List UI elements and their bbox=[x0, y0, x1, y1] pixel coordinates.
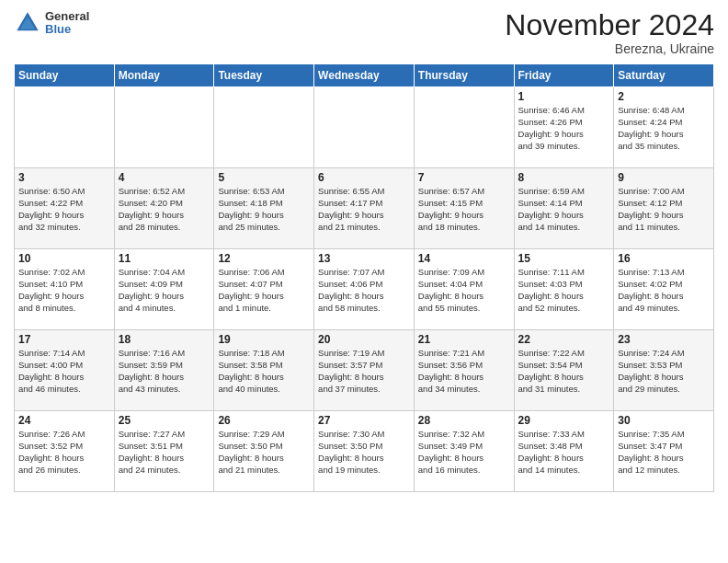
day-number: 21 bbox=[418, 333, 510, 346]
day-number: 5 bbox=[218, 171, 310, 184]
weekday-header-saturday: Saturday bbox=[614, 64, 714, 87]
calendar-cell: 14Sunrise: 7:09 AM Sunset: 4:04 PM Dayli… bbox=[414, 249, 514, 330]
day-number: 15 bbox=[518, 252, 610, 265]
logo-blue-text: Blue bbox=[45, 23, 89, 36]
day-number: 3 bbox=[18, 171, 110, 184]
day-number: 17 bbox=[18, 333, 110, 346]
header: General Blue November 2024 Berezna, Ukra… bbox=[14, 9, 714, 56]
day-info: Sunrise: 7:26 AM Sunset: 3:52 PM Dayligh… bbox=[18, 429, 110, 476]
logo: General Blue bbox=[14, 9, 89, 37]
calendar-cell: 28Sunrise: 7:32 AM Sunset: 3:49 PM Dayli… bbox=[414, 411, 514, 492]
day-info: Sunrise: 7:33 AM Sunset: 3:48 PM Dayligh… bbox=[518, 429, 610, 476]
calendar-row-week-4: 17Sunrise: 7:14 AM Sunset: 4:00 PM Dayli… bbox=[15, 330, 714, 411]
calendar-cell: 9Sunrise: 7:00 AM Sunset: 4:12 PM Daylig… bbox=[614, 168, 714, 249]
day-info: Sunrise: 7:27 AM Sunset: 3:51 PM Dayligh… bbox=[119, 429, 210, 476]
day-info: Sunrise: 7:29 AM Sunset: 3:50 PM Dayligh… bbox=[218, 429, 310, 476]
location: Berezna, Ukraine bbox=[505, 41, 714, 56]
day-number: 18 bbox=[119, 333, 210, 346]
calendar-cell: 6Sunrise: 6:55 AM Sunset: 4:17 PM Daylig… bbox=[314, 168, 415, 249]
day-info: Sunrise: 7:35 AM Sunset: 3:47 PM Dayligh… bbox=[618, 429, 710, 476]
day-number: 11 bbox=[119, 252, 210, 265]
day-info: Sunrise: 6:48 AM Sunset: 4:24 PM Dayligh… bbox=[618, 105, 710, 152]
day-info: Sunrise: 6:53 AM Sunset: 4:18 PM Dayligh… bbox=[218, 186, 310, 233]
day-number: 6 bbox=[318, 171, 410, 184]
calendar-row-week-3: 10Sunrise: 7:02 AM Sunset: 4:10 PM Dayli… bbox=[15, 249, 714, 330]
calendar-cell: 22Sunrise: 7:22 AM Sunset: 3:54 PM Dayli… bbox=[514, 330, 614, 411]
day-number: 28 bbox=[418, 414, 510, 427]
day-number: 8 bbox=[518, 171, 610, 184]
day-number: 10 bbox=[18, 252, 110, 265]
day-info: Sunrise: 7:06 AM Sunset: 4:07 PM Dayligh… bbox=[218, 267, 310, 314]
day-number: 14 bbox=[418, 252, 510, 265]
day-info: Sunrise: 6:57 AM Sunset: 4:15 PM Dayligh… bbox=[418, 186, 510, 233]
day-info: Sunrise: 7:02 AM Sunset: 4:10 PM Dayligh… bbox=[18, 267, 110, 314]
logo-icon bbox=[14, 9, 41, 37]
day-number: 30 bbox=[618, 414, 710, 427]
day-number: 12 bbox=[218, 252, 310, 265]
calendar-cell bbox=[414, 87, 514, 168]
day-number: 23 bbox=[618, 333, 710, 346]
calendar-cell bbox=[15, 87, 115, 168]
page: General Blue November 2024 Berezna, Ukra… bbox=[0, 0, 728, 563]
calendar-cell: 17Sunrise: 7:14 AM Sunset: 4:00 PM Dayli… bbox=[15, 330, 115, 411]
calendar-cell: 21Sunrise: 7:21 AM Sunset: 3:56 PM Dayli… bbox=[414, 330, 514, 411]
day-number: 1 bbox=[518, 90, 610, 103]
calendar-cell: 19Sunrise: 7:18 AM Sunset: 3:58 PM Dayli… bbox=[214, 330, 314, 411]
calendar-cell bbox=[314, 87, 415, 168]
weekday-header-tuesday: Tuesday bbox=[214, 64, 314, 87]
calendar-cell: 25Sunrise: 7:27 AM Sunset: 3:51 PM Dayli… bbox=[114, 411, 214, 492]
calendar-row-week-2: 3Sunrise: 6:50 AM Sunset: 4:22 PM Daylig… bbox=[15, 168, 714, 249]
day-number: 29 bbox=[518, 414, 610, 427]
day-info: Sunrise: 7:22 AM Sunset: 3:54 PM Dayligh… bbox=[518, 348, 610, 395]
calendar-cell: 30Sunrise: 7:35 AM Sunset: 3:47 PM Dayli… bbox=[614, 411, 714, 492]
day-info: Sunrise: 7:11 AM Sunset: 4:03 PM Dayligh… bbox=[518, 267, 610, 314]
day-number: 27 bbox=[318, 414, 410, 427]
calendar-cell: 4Sunrise: 6:52 AM Sunset: 4:20 PM Daylig… bbox=[114, 168, 214, 249]
day-number: 24 bbox=[18, 414, 110, 427]
day-info: Sunrise: 6:59 AM Sunset: 4:14 PM Dayligh… bbox=[518, 186, 610, 233]
day-number: 2 bbox=[618, 90, 710, 103]
day-number: 7 bbox=[418, 171, 510, 184]
calendar-cell: 29Sunrise: 7:33 AM Sunset: 3:48 PM Dayli… bbox=[514, 411, 614, 492]
day-number: 20 bbox=[318, 333, 410, 346]
weekday-header-sunday: Sunday bbox=[15, 64, 115, 87]
calendar-cell: 1Sunrise: 6:46 AM Sunset: 4:26 PM Daylig… bbox=[514, 87, 614, 168]
day-info: Sunrise: 7:07 AM Sunset: 4:06 PM Dayligh… bbox=[318, 267, 410, 314]
calendar-cell: 12Sunrise: 7:06 AM Sunset: 4:07 PM Dayli… bbox=[214, 249, 314, 330]
day-number: 19 bbox=[218, 333, 310, 346]
calendar-cell: 7Sunrise: 6:57 AM Sunset: 4:15 PM Daylig… bbox=[414, 168, 514, 249]
calendar-cell: 18Sunrise: 7:16 AM Sunset: 3:59 PM Dayli… bbox=[114, 330, 214, 411]
logo-general-text: General bbox=[45, 10, 89, 23]
calendar-cell: 26Sunrise: 7:29 AM Sunset: 3:50 PM Dayli… bbox=[214, 411, 314, 492]
title-block: November 2024 Berezna, Ukraine bbox=[505, 9, 714, 56]
calendar-cell: 13Sunrise: 7:07 AM Sunset: 4:06 PM Dayli… bbox=[314, 249, 415, 330]
day-info: Sunrise: 7:14 AM Sunset: 4:00 PM Dayligh… bbox=[18, 348, 110, 395]
calendar-cell: 16Sunrise: 7:13 AM Sunset: 4:02 PM Dayli… bbox=[614, 249, 714, 330]
calendar-row-week-1: 1Sunrise: 6:46 AM Sunset: 4:26 PM Daylig… bbox=[15, 87, 714, 168]
calendar-cell: 24Sunrise: 7:26 AM Sunset: 3:52 PM Dayli… bbox=[15, 411, 115, 492]
calendar-cell bbox=[214, 87, 314, 168]
day-number: 26 bbox=[218, 414, 310, 427]
day-info: Sunrise: 7:16 AM Sunset: 3:59 PM Dayligh… bbox=[119, 348, 210, 395]
day-number: 25 bbox=[119, 414, 210, 427]
day-info: Sunrise: 6:52 AM Sunset: 4:20 PM Dayligh… bbox=[119, 186, 210, 233]
weekday-header-friday: Friday bbox=[514, 64, 614, 87]
day-number: 16 bbox=[618, 252, 710, 265]
weekday-header-thursday: Thursday bbox=[414, 64, 514, 87]
day-info: Sunrise: 7:30 AM Sunset: 3:50 PM Dayligh… bbox=[318, 429, 410, 476]
day-info: Sunrise: 7:13 AM Sunset: 4:02 PM Dayligh… bbox=[618, 267, 710, 314]
calendar-cell: 27Sunrise: 7:30 AM Sunset: 3:50 PM Dayli… bbox=[314, 411, 415, 492]
calendar-cell: 3Sunrise: 6:50 AM Sunset: 4:22 PM Daylig… bbox=[15, 168, 115, 249]
weekday-header-monday: Monday bbox=[114, 64, 214, 87]
month-title: November 2024 bbox=[505, 9, 714, 41]
calendar-cell: 10Sunrise: 7:02 AM Sunset: 4:10 PM Dayli… bbox=[15, 249, 115, 330]
day-info: Sunrise: 7:32 AM Sunset: 3:49 PM Dayligh… bbox=[418, 429, 510, 476]
day-number: 13 bbox=[318, 252, 410, 265]
day-info: Sunrise: 7:19 AM Sunset: 3:57 PM Dayligh… bbox=[318, 348, 410, 395]
calendar-cell: 5Sunrise: 6:53 AM Sunset: 4:18 PM Daylig… bbox=[214, 168, 314, 249]
day-number: 9 bbox=[618, 171, 710, 184]
calendar-cell: 20Sunrise: 7:19 AM Sunset: 3:57 PM Dayli… bbox=[314, 330, 415, 411]
calendar-header-row: SundayMondayTuesdayWednesdayThursdayFrid… bbox=[15, 64, 714, 87]
day-info: Sunrise: 7:18 AM Sunset: 3:58 PM Dayligh… bbox=[218, 348, 310, 395]
day-number: 22 bbox=[518, 333, 610, 346]
